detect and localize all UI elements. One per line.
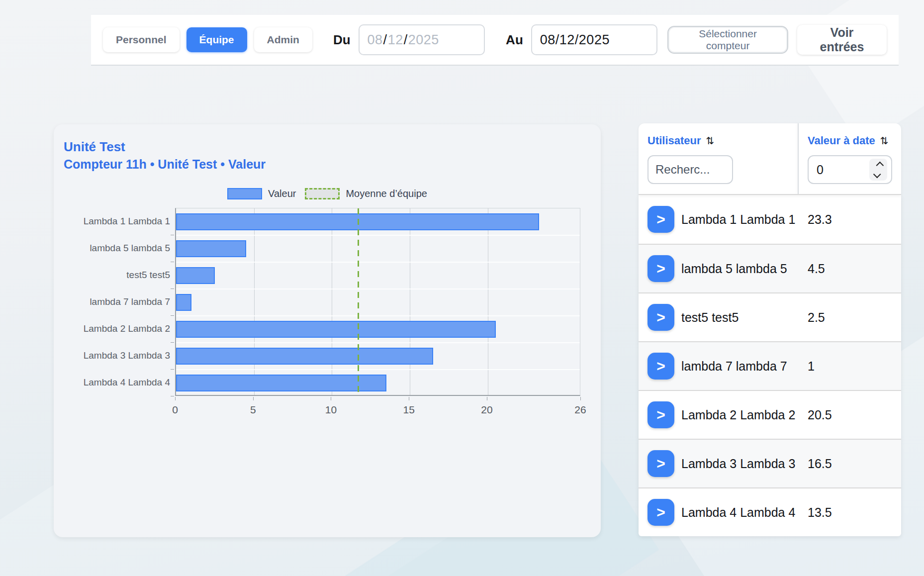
value-filter-input[interactable]: 0 (808, 155, 892, 184)
x-tick-label: 5 (238, 404, 268, 416)
table-header: Utilisateur ⇅ Valeur à date ⇅ 0 (639, 123, 901, 195)
table-row: >Lambda 3 Lambda 316.5 (639, 439, 901, 487)
row-value: 4.5 (808, 262, 825, 276)
x-tick (409, 397, 409, 400)
row-separator (176, 342, 580, 343)
x-tick (487, 397, 487, 400)
row-separator (176, 235, 580, 236)
row-separator (176, 262, 580, 263)
from-date-segment: 12 (388, 32, 403, 48)
row-user-name: Lambda 3 Lambda 3 (681, 457, 795, 471)
row-value: 13.5 (808, 505, 832, 520)
y-label: Lambda 2 Lambda 2 (61, 323, 170, 334)
user-search-input[interactable] (647, 155, 733, 184)
date-separator: / (403, 32, 408, 48)
row-user-name: Lambda 1 Lambda 1 (681, 212, 795, 227)
y-tick (171, 288, 174, 289)
y-tick (171, 369, 174, 370)
row-value: 20.5 (808, 408, 832, 422)
y-tick (171, 342, 174, 343)
row-user-name: lambda 7 lambda 7 (681, 359, 787, 374)
x-tick-label: 0 (160, 404, 190, 416)
tab-personnel[interactable]: Personnel (103, 27, 180, 52)
row-separator (176, 369, 580, 370)
y-tick (171, 315, 174, 316)
column-header-value: Valeur à date ⇅ (808, 134, 889, 147)
chart-subtitle: Compteur 11h • Unité Test • Valeur (64, 157, 266, 172)
open-user-button[interactable]: > (647, 206, 674, 233)
bar-lambda-3-lambda-3 (176, 348, 433, 365)
row-value: 2.5 (808, 310, 825, 325)
from-date-segment: 2025 (408, 32, 439, 48)
sort-value-icon[interactable]: ⇅ (880, 135, 889, 147)
open-user-button[interactable]: > (647, 304, 674, 331)
view-tabs: PersonnelÉquipeAdmin (103, 27, 312, 52)
legend-label: Moyenne d’équipe (346, 188, 427, 199)
column-divider (798, 123, 799, 194)
table-row: >Lambda 1 Lambda 123.3 (639, 195, 901, 244)
bar-lambda-4-lambda-4 (176, 375, 386, 391)
bar-test5-test5 (176, 267, 215, 284)
from-date-input[interactable]: 08/12/2025 (359, 24, 485, 55)
row-value: 23.3 (808, 212, 832, 227)
row-separator (176, 288, 580, 289)
gridline-x10 (332, 208, 332, 395)
toolbar: PersonnelÉquipeAdmin Du 08/12/2025 Au 08… (91, 15, 899, 66)
from-date-segment: 08 (368, 32, 383, 48)
stepper-up-icon[interactable] (876, 161, 884, 169)
chart-legend: ValeurMoyenne d’équipe (54, 188, 601, 199)
x-tick (331, 397, 331, 400)
table-row: >lambda 7 lambda 71 (639, 341, 901, 390)
x-tick (253, 397, 254, 400)
y-label: lambda 5 lambda 5 (61, 243, 170, 254)
gridline-x20 (488, 208, 488, 395)
gridline-x15 (410, 208, 410, 395)
select-counter-button[interactable]: Sélectionner compteur (667, 26, 788, 54)
date-separator: / (383, 32, 388, 48)
open-user-button[interactable]: > (647, 255, 674, 282)
tab-quipe[interactable]: Équipe (186, 27, 247, 52)
sort-user-icon[interactable]: ⇅ (706, 135, 715, 147)
x-tick (175, 397, 176, 400)
stepper-down-icon[interactable] (873, 170, 881, 178)
y-label: lambda 7 lambda 7 (61, 296, 170, 307)
x-tick-label: 26 (565, 404, 595, 416)
user-values-table: Utilisateur ⇅ Valeur à date ⇅ 0 >Lambda … (639, 123, 901, 536)
open-user-button[interactable]: > (647, 353, 674, 380)
y-label: Lambda 4 Lambda 4 (61, 377, 170, 388)
legend-mean-swatch (305, 188, 340, 199)
y-tick (171, 396, 174, 396)
value-stepper[interactable] (869, 159, 887, 181)
legend-item-dashed: Moyenne d’équipe (305, 188, 427, 199)
bar-lambda-7-lambda-7 (176, 294, 191, 311)
view-entries-button[interactable]: Voir entrées (797, 25, 887, 55)
page: { "toolbar": { "tabs": [ { "label": "Per… (0, 0, 924, 576)
table-row: >Lambda 4 Lambda 413.5 (639, 487, 901, 536)
row-value: 1 (808, 359, 815, 374)
legend-bar-swatch (227, 188, 262, 199)
y-tick (171, 262, 174, 262)
open-user-button[interactable]: > (647, 401, 674, 428)
to-date-value: 08/12/2025 (540, 32, 610, 48)
open-user-button[interactable]: > (647, 450, 674, 477)
to-date-input[interactable]: 08/12/2025 (531, 24, 658, 55)
bar-lambda-2-lambda-2 (176, 321, 496, 338)
chart-title: Unité Test (64, 139, 125, 155)
table-rows: >Lambda 1 Lambda 123.3>lambda 5 lambda 5… (639, 195, 901, 536)
table-row: >lambda 5 lambda 54.5 (639, 244, 901, 292)
team-mean-line (358, 208, 359, 395)
open-user-button[interactable]: > (647, 499, 674, 526)
tab-admin[interactable]: Admin (254, 27, 312, 52)
bar-lambda-5-lambda-5 (176, 240, 246, 257)
legend-label: Valeur (268, 188, 296, 199)
user-column-label: Utilisateur (647, 134, 701, 147)
column-header-user: Utilisateur ⇅ (647, 134, 714, 147)
x-tick-label: 10 (316, 404, 346, 416)
row-user-name: test5 test5 (681, 310, 739, 325)
x-tick-label: 15 (394, 404, 424, 416)
row-user-name: lambda 5 lambda 5 (681, 262, 787, 276)
gridline-x5 (254, 208, 255, 395)
y-label: Lambda 3 Lambda 3 (61, 350, 170, 361)
y-tick (171, 235, 174, 235)
y-label: test5 test5 (61, 270, 170, 281)
